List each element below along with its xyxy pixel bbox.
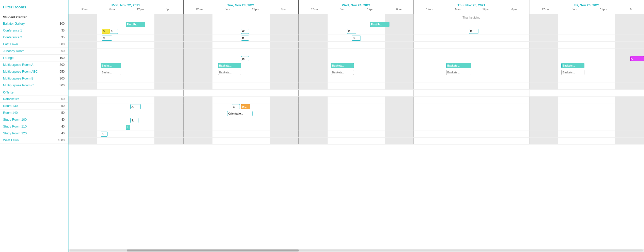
scrollbar-thumb[interactable] (127, 249, 299, 251)
grid-cell (68, 14, 184, 21)
day-header-thu: Thu, Nov 25, 2021 12am 6am 12pm 6pm (414, 0, 529, 14)
room-row-study110[interactable]: Study Room 110 40 (0, 123, 68, 130)
event-multi-abc-mon-baske[interactable]: Baske... (101, 70, 121, 75)
grid-cell (299, 14, 414, 21)
filter-rooms-label: Filter Rooms (3, 5, 26, 9)
event-room130-tue-w[interactable]: W... (241, 104, 250, 109)
timeline-panel: Mon, Nov 22, 2021 12am 6am 12pm 6pm Tue,… (68, 0, 644, 252)
section-student-center: Student Center (0, 14, 68, 20)
event-room140-tue-orientatio[interactable]: Orientatio... (227, 111, 253, 116)
room-row-rathskeller[interactable]: Rathskeller 60 (0, 96, 68, 103)
timeline-header: Mon, Nov 22, 2021 12am 6am 12pm 6pm Tue,… (68, 0, 644, 14)
event-multi-abc-fri-baske[interactable]: Baskets... (561, 70, 584, 75)
grid-row-study120: S. (68, 131, 644, 138)
event-multi-a-mon-baske[interactable]: Baske... (101, 63, 121, 68)
grid-row-jmoody (68, 49, 644, 55)
event-multi-abc-wed-baske[interactable]: Baskets... (331, 70, 354, 75)
room-row-multi-b[interactable]: Multipurpose Room B 300 (0, 75, 68, 82)
event-study100-mon-s[interactable]: S. (130, 118, 138, 123)
day-header-wed: Wed, Nov 24, 2021 12am 6am 12pm 6pm (299, 0, 414, 14)
scrollbar-track[interactable] (69, 249, 643, 251)
room-row-room140[interactable]: Room 140 50 (0, 109, 68, 116)
event-conf1-mon-s[interactable]: S. (110, 29, 118, 34)
grid-row-multi-c (68, 83, 644, 90)
event-lounge-tue-w[interactable]: W. (241, 56, 249, 61)
room-row-multi-a[interactable]: Multipurpose Room A 300 (0, 61, 68, 68)
event-room130-mon-a[interactable]: A. (130, 104, 141, 109)
event-multi-a-wed-baske[interactable]: Baskets... (331, 63, 354, 68)
timeline-grid: Thanksgiving First Pr... (68, 14, 644, 249)
event-conf1-tue-w[interactable]: W. (241, 29, 249, 34)
day-header-fri: Fri, Nov 26, 2021 12am 6am 12pm 6 (529, 0, 644, 14)
room-row-lounge[interactable]: Lounge 100 (0, 55, 68, 61)
grid-row-conf1: D. S. W. C.. B. (68, 28, 644, 35)
grid-row-lounge: W. C (68, 55, 644, 62)
event-multi-abc-thu-baske[interactable]: Baskets... (446, 70, 472, 75)
day-header-mon: Mon, Nov 22, 2021 12am 6am 12pm 6pm (68, 0, 184, 14)
grid-row-east-lawn (68, 42, 644, 49)
grid-row-multi-a: Baske... Baskets... Baskets... Baskets..… (68, 62, 644, 69)
grid-row-ballator: First Pr... First Pr... (68, 21, 644, 28)
grid-cell (529, 14, 644, 21)
event-study110-mon-i[interactable]: I (126, 125, 130, 130)
event-conf2-mon-c[interactable]: C.. (102, 36, 112, 41)
event-conf2-tue-o[interactable]: O (241, 36, 249, 41)
grid-row-offsite (68, 90, 644, 97)
room-row-study120[interactable]: Study Room 120 40 (0, 130, 68, 137)
grid-row-student-center: Thanksgiving (68, 14, 644, 21)
room-row-multi-abc[interactable]: Multipurpose Room ABC 550 (0, 68, 68, 75)
grid-row-room140: Orientatio... (68, 110, 644, 117)
event-ballator-wed-firstpr[interactable]: First Pr... (370, 22, 389, 27)
grid-row-multi-b (68, 76, 644, 83)
event-ballator-mon-firstpr[interactable]: First Pr... (126, 22, 145, 27)
section-offsite: Offsite (0, 89, 68, 96)
room-row-conf1[interactable]: Conference 1 35 (0, 27, 68, 34)
main-container: Filter Rooms Student Center Ballator Gal… (0, 0, 644, 252)
room-row-conf2[interactable]: Conference 2 35 (0, 34, 68, 41)
room-row-room130[interactable]: Room 130 50 (0, 103, 68, 109)
room-row-west-lawn[interactable]: West Lawn 1000 (0, 137, 68, 144)
room-row-east-lawn[interactable]: East Lawn 500 (0, 41, 68, 48)
event-multi-a-tue-baske[interactable]: Baskets... (218, 63, 241, 68)
grid-row-multi-abc: Baske... Baskets... Baskets... Baskets..… (68, 69, 644, 76)
room-row-ballator[interactable]: Ballator Gallery 100 (0, 20, 68, 27)
room-row-multi-c[interactable]: Multipurpose Room C 300 (0, 82, 68, 89)
event-study120-mon-s[interactable]: S. (101, 132, 108, 137)
grid-cell-thu: Thanksgiving (414, 14, 529, 21)
event-conf1-wed-c[interactable]: C.. (347, 29, 356, 34)
event-conf1-mon-d[interactable]: D. (102, 29, 110, 34)
event-room130-tue-c[interactable]: C (232, 104, 240, 109)
grid-cell (184, 14, 299, 21)
filter-rooms-header[interactable]: Filter Rooms (0, 0, 68, 14)
scrollbar[interactable] (68, 249, 644, 252)
grid-row-study100: S. (68, 117, 644, 124)
left-panel: Filter Rooms Student Center Ballator Gal… (0, 0, 68, 252)
grid-row-study110: I (68, 124, 644, 131)
event-lounge-fri-c[interactable]: C (630, 56, 644, 61)
event-multi-a-fri-baske[interactable]: Baskets... (561, 63, 584, 68)
day-header-tue: Tue, Nov 23, 2021 12am 6am 12pm 6pm (184, 0, 299, 14)
event-conf2-wed-b[interactable]: B.. (352, 36, 361, 41)
event-conf1-thu-b[interactable]: B. (469, 29, 478, 34)
grid-row-conf2: C.. O B.. (68, 35, 644, 42)
room-row-study100[interactable]: Study Room 100 40 (0, 116, 68, 123)
grid-row-rathskeller (68, 97, 644, 103)
grid-row-west-lawn (68, 138, 644, 145)
event-multi-abc-tue-baske[interactable]: Baskets... (218, 70, 241, 75)
event-multi-a-thu-baske[interactable]: Baskets... (446, 63, 472, 68)
thanksgiving-label: Thanksgiving (462, 16, 480, 19)
grid-row-room130: A. C W... (68, 103, 644, 110)
room-list: Student Center Ballator Gallery 100 Conf… (0, 14, 68, 252)
room-row-jmoody[interactable]: J Moody Room 50 (0, 48, 68, 55)
